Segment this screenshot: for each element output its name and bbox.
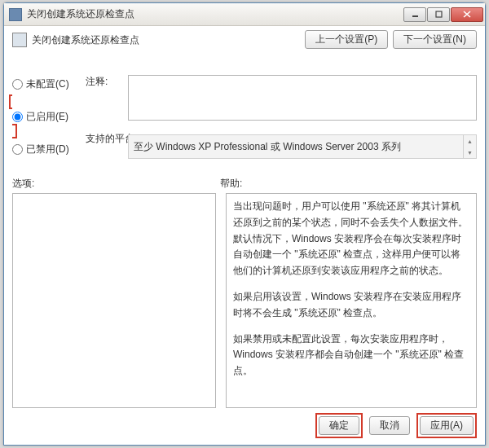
options-label: 选项: bbox=[12, 177, 220, 191]
radio-not-configured-input[interactable] bbox=[12, 79, 23, 90]
close-button[interactable] bbox=[451, 7, 483, 22]
footer-buttons: 确定 取消 应用(A) bbox=[315, 413, 477, 438]
comment-label: 注释: bbox=[86, 75, 126, 96]
titlebar[interactable]: 关闭创建系统还原检查点 bbox=[4, 3, 485, 26]
radio-disabled[interactable]: 已禁用(D) bbox=[12, 140, 69, 158]
state-radio-group: 未配置(C) 已启用(E) 已禁用(D) bbox=[12, 75, 69, 161]
ok-button[interactable]: 确定 bbox=[319, 416, 359, 435]
prev-setting-button[interactable]: 上一个设置(P) bbox=[305, 30, 388, 49]
highlight-enabled: 已启用(E) bbox=[9, 94, 69, 138]
highlight-ok: 确定 bbox=[315, 413, 363, 438]
window-title: 关闭创建系统还原检查点 bbox=[27, 7, 403, 21]
chevron-down-icon[interactable]: ▼ bbox=[464, 147, 476, 158]
next-setting-button[interactable]: 下一个设置(N) bbox=[393, 30, 477, 49]
radio-disabled-label: 已禁用(D) bbox=[26, 143, 69, 156]
comment-textarea[interactable] bbox=[128, 75, 477, 121]
radio-not-configured-label: 未配置(C) bbox=[26, 77, 69, 91]
apply-button[interactable]: 应用(A) bbox=[420, 416, 474, 435]
cancel-button[interactable]: 取消 bbox=[369, 416, 410, 435]
minimize-button[interactable] bbox=[403, 7, 426, 22]
platform-spinner[interactable]: ▲ ▼ bbox=[463, 135, 476, 158]
content-area: 关闭创建系统还原检查点 上一个设置(P) 下一个设置(N) 未配置(C) 已启用… bbox=[4, 26, 485, 445]
help-paragraph: 当出现问题时，用户可以使用 "系统还原" 将其计算机还原到之前的某个状态，同时不… bbox=[233, 199, 469, 279]
help-paragraph: 如果禁用或未配置此设置，每次安装应用程序时，Windows 安装程序都会自动创建… bbox=[233, 332, 469, 380]
highlight-apply: 应用(A) bbox=[416, 413, 477, 438]
platform-field: 至少 Windows XP Professional 或 Windows Ser… bbox=[128, 134, 477, 159]
help-paragraph: 如果启用该设置，Windows 安装程序在安装应用程序时将不会生成 "系统还原"… bbox=[233, 289, 469, 322]
radio-disabled-input[interactable] bbox=[12, 144, 23, 155]
radio-not-configured[interactable]: 未配置(C) bbox=[12, 75, 69, 93]
app-icon bbox=[9, 8, 22, 21]
platform-label: 支持的平台: bbox=[86, 132, 126, 153]
policy-icon bbox=[12, 33, 27, 47]
help-label: 帮助: bbox=[220, 177, 242, 191]
svg-rect-1 bbox=[436, 11, 442, 17]
platform-value: 至少 Windows XP Professional 或 Windows Ser… bbox=[134, 140, 401, 154]
radio-enabled[interactable]: 已启用(E) bbox=[12, 108, 69, 125]
page-heading: 关闭创建系统还原检查点 bbox=[32, 33, 139, 47]
maximize-button[interactable] bbox=[427, 7, 450, 22]
options-pane[interactable] bbox=[12, 193, 216, 408]
dialog-window: 关闭创建系统还原检查点 关闭创建系统还原检查点 上一个设置(P) 下一个设置(N… bbox=[3, 2, 486, 446]
chevron-up-icon[interactable]: ▲ bbox=[464, 135, 476, 147]
radio-enabled-input[interactable] bbox=[12, 112, 23, 122]
radio-enabled-label: 已启用(E) bbox=[26, 110, 68, 124]
help-pane[interactable]: 当出现问题时，用户可以使用 "系统还原" 将其计算机还原到之前的某个状态，同时不… bbox=[226, 193, 477, 408]
